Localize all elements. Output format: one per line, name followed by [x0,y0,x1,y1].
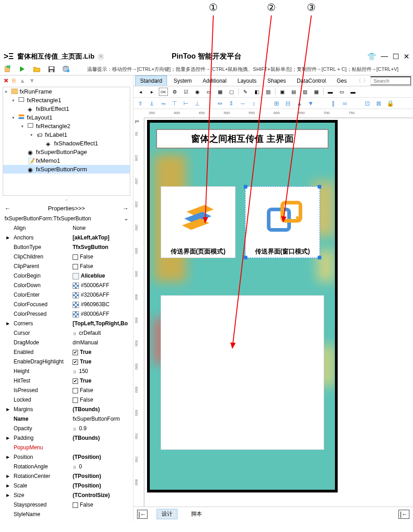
nav-back-icon[interactable]: ◂ [136,88,145,96]
selection-handle[interactable] [244,256,247,259]
checkbox-icon[interactable] [73,398,78,403]
property-row[interactable]: Height⫼ 150 [0,367,133,376]
property-value[interactable] [73,443,128,452]
selection-handle[interactable] [244,185,247,189]
collapse-left-icon[interactable]: |← [137,510,148,519]
property-row[interactable]: ▶Anchors[akLeft,akTop] [0,233,133,243]
tab-layouts[interactable]: Layouts [233,76,261,86]
property-value[interactable]: ⫼ 0 [73,462,128,471]
property-row[interactable]: ColorFocused #960963BC [0,300,133,309]
same-height-icon[interactable]: ↕ [250,99,259,107]
property-row[interactable]: ColorPressed #80006AFF [0,309,133,319]
property-row[interactable]: ▶Position(TPosition) [0,452,133,462]
property-row[interactable]: ▶Scale(TPosition) [0,481,133,491]
property-value[interactable]: ✔ True [73,348,128,357]
collapse-right-icon[interactable]: |← [398,510,409,519]
layer3-icon[interactable]: ▦ [312,88,321,96]
layer1-icon[interactable]: ▤ [289,88,298,96]
property-row[interactable]: PopupMenu [0,443,133,452]
ungroup-icon[interactable]: ⊠ [374,99,384,107]
forward-arrow-icon[interactable]: → [123,205,128,212]
property-value[interactable]: (TControlSize) [73,491,128,500]
layer2-icon[interactable]: ▥ [300,88,310,96]
text2-icon[interactable]: ▭ [337,88,346,96]
property-value[interactable]: [akLeft,akTop] [73,234,128,242]
copy-icon[interactable]: ⎘ [12,77,16,84]
checkbox-icon[interactable]: ✔ [73,350,78,355]
property-value[interactable]: ✔ True [73,377,128,385]
gear-icon[interactable]: ⚙ [170,88,179,96]
align-right-icon[interactable]: ⫬ [159,99,168,107]
property-value[interactable]: fxSuperButtonForm [73,415,128,423]
tree-node-rect2[interactable]: ▾fxRectangle2 [3,122,130,130]
dist-h-icon[interactable]: ⇔ [216,99,225,107]
property-value[interactable]: False [73,386,128,395]
properties-label[interactable]: Properties>>> [48,205,85,212]
chevron-down-icon[interactable]: ⌄ [124,215,128,222]
property-value[interactable]: (TPosition) [73,472,128,481]
property-value[interactable]: False [73,262,128,271]
property-row[interactable]: ClipParent False [0,262,133,271]
nav-fwd-icon[interactable]: ▸ [148,88,157,96]
property-row[interactable]: ClipChildren False [0,252,133,262]
property-value[interactable]: #50006AFF [73,281,128,290]
center-h-icon[interactable]: ⊞ [272,99,281,107]
property-row[interactable]: ▶Size(TControlSize) [0,491,133,500]
database-icon[interactable] [62,65,70,73]
property-value[interactable]: dmManual [73,338,128,347]
property-row[interactable]: ButtonTypeTfxSvgButton [0,243,133,252]
checkbox-icon[interactable] [73,264,78,269]
checkbox-icon[interactable] [73,388,78,393]
tab-design[interactable]: 设计 [157,509,177,519]
shirt-icon[interactable]: 👕 [367,52,376,61]
up-arrow-icon[interactable]: ▲ [20,77,25,84]
tree-node-sbpage[interactable]: ◉fxSuperButtonPage [3,148,130,156]
group-icon[interactable]: ⊡ [363,99,372,107]
back-arrow-icon[interactable]: ← [5,205,10,212]
property-value[interactable]: False [73,253,128,261]
selection-handle[interactable] [318,185,321,189]
selection-handle[interactable] [318,256,321,259]
object-selector[interactable]: fxSuperButtonForm:TfxSuperButton ⌄ [0,214,133,224]
property-row[interactable]: Cursor⫼ crDefault [0,328,133,338]
radio-comp-icon[interactable]: ◉ [193,88,202,96]
send-back-icon[interactable]: ▼ [306,99,315,107]
property-row[interactable]: DragModedmManual [0,338,133,348]
delete-icon[interactable]: ✖ [4,77,9,84]
ok-button-icon[interactable]: OK [159,88,168,96]
property-value[interactable]: ⫼ 150 [73,367,128,376]
align-middle-icon[interactable]: ⊢ [182,99,191,107]
property-row[interactable]: ▶Margins(TBounds) [0,405,133,414]
property-value[interactable]: (TPosition) [73,453,128,462]
property-row[interactable]: EnableDragHighlight✔ True [0,357,133,367]
tree-node-sbform[interactable]: ◉fxSuperButtonForm [3,165,130,174]
tree-node-blur[interactable]: ◈fxBlurEffect1 [3,104,130,113]
tabs-prev-icon[interactable]: 〈 [356,77,361,85]
run-icon[interactable] [18,65,26,73]
property-value[interactable]: (TPosition) [73,482,128,490]
property-value[interactable]: #32006AFF [73,291,128,299]
paint-icon[interactable]: ▨ [264,88,273,96]
tab-script[interactable]: 脚本 [187,509,206,519]
same-width-icon[interactable]: ↔ [238,99,247,107]
property-row[interactable]: ColorDown #50006AFF [0,281,133,290]
rect-comp-icon[interactable]: ▢ [227,88,236,96]
super-button-page[interactable]: 传送界面(页面模式) [161,186,236,258]
property-value[interactable]: (TBounds) [73,405,128,414]
property-value[interactable]: Aliceblue [73,272,128,280]
property-row[interactable]: Stayspressed False [0,500,133,510]
align-center-h-icon[interactable]: ⫫ [148,99,157,107]
search-input[interactable] [370,76,411,85]
eraser-icon[interactable]: ◧ [252,88,261,96]
text1-icon[interactable]: ▬ [326,88,335,96]
property-row[interactable]: ColorEnter #32006AFF [0,290,133,300]
dist-v-icon[interactable]: ⇕ [227,99,236,107]
tab-additional[interactable]: Additional [198,76,231,86]
checkbox-icon[interactable] [73,502,78,508]
maximize-button[interactable]: ☐ [393,52,399,61]
tab-datacontrol[interactable]: DataControl [292,76,330,86]
property-value[interactable]: ⫼ crDefault [73,329,128,338]
edit-comp-icon[interactable]: ✎ [241,88,250,96]
property-row[interactable]: ▶RotationCenter(TPosition) [0,472,133,481]
panel-comp-icon[interactable]: ▭ [204,88,213,96]
